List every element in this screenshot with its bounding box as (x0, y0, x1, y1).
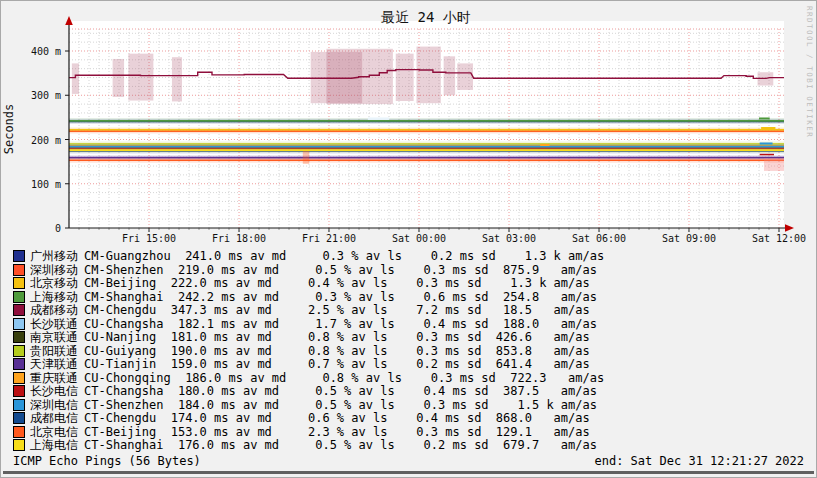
svg-text:Sat 06:00: Sat 06:00 (572, 233, 626, 244)
svg-text:Sat 09:00: Sat 09:00 (662, 233, 716, 244)
series-stats: CM-Guangzhou 241.0 ms av md 0.3 % av ls … (84, 249, 604, 263)
series-stats: CM-Beijing 222.0 ms av md 0.4 % av ls 0.… (84, 276, 590, 290)
legend-row: 天津联通CU-Tianjin 159.0 ms av md 0.7 % av l… (13, 358, 604, 372)
series-name-cn: 成都移动 (30, 304, 84, 318)
series-name-cn: 天津联通 (30, 358, 84, 372)
legend-row: 成都电信CT-Chengdu 174.0 ms av md 0.6 % av l… (13, 412, 604, 426)
series-color-swatch (13, 399, 25, 411)
series-stats: CU-Chongqing 186.0 ms av md 0.8 % av ls … (84, 371, 604, 385)
legend-row: 广州移动CM-Guangzhou 241.0 ms av md 0.3 % av… (13, 250, 604, 264)
series-color-swatch (13, 304, 25, 316)
series-color-swatch (13, 318, 25, 330)
legend-row: 贵阳联通CU-Guiyang 190.0 ms av md 0.8 % av l… (13, 345, 604, 359)
legend-row: 南京联通CU-Nanjing 181.0 ms av md 0.8 % av l… (13, 331, 604, 345)
series-color-swatch (13, 277, 25, 289)
series-name-cn: 深圳移动 (30, 264, 84, 278)
series-name-cn: 重庆联通 (30, 372, 84, 386)
series-color-swatch (13, 358, 25, 370)
series-name-cn: 广州移动 (30, 250, 84, 264)
series-color-swatch (13, 291, 25, 303)
legend-row: 上海移动CM-Shanghai 242.2 ms av md 0.3 % av … (13, 291, 604, 305)
rrdtool-watermark: RRDTOOL / TOBI OETIKER (805, 6, 814, 138)
series-stats: CU-Changsha 182.1 ms av md 1.7 % av ls 0… (84, 317, 597, 331)
series-name-cn: 长沙电信 (30, 385, 84, 399)
legend-row: 深圳电信CT-Shenzhen 184.0 ms av md 0.5 % av … (13, 399, 604, 413)
series-name-cn: 贵阳联通 (30, 345, 84, 359)
legend-row: 北京电信CT-Beijing 153.0 ms av md 2.3 % av l… (13, 426, 604, 440)
probe-info: ICMP Echo Pings (56 Bytes) (13, 454, 201, 468)
series-stats: CT-Chengdu 174.0 ms av md 0.6 % av ls 0.… (84, 411, 590, 425)
svg-text:400 m: 400 m (31, 46, 61, 57)
series-stats: CU-Nanjing 181.0 ms av md 0.8 % av ls 0.… (84, 330, 590, 344)
series-stats: CM-Chengdu 347.3 ms av md 2.5 % av ls 7.… (84, 303, 590, 317)
legend-row: 上海电信CT-Shanghai 176.0 ms av md 0.5 % av … (13, 439, 604, 453)
legend-row: 重庆联通CU-Chongqing 186.0 ms av md 0.8 % av… (13, 372, 604, 386)
y-axis-label: Seconds (2, 104, 16, 155)
series-name-cn: 北京电信 (30, 426, 84, 440)
series-name-cn: 北京移动 (30, 277, 84, 291)
series-name-cn: 长沙联通 (30, 318, 84, 332)
chart-title: 最近 24 小时 (380, 9, 471, 25)
svg-text:Fri 18:00: Fri 18:00 (212, 233, 266, 244)
chart-footer: ICMP Echo Pings (56 Bytes) end: Sat Dec … (13, 454, 804, 468)
smokeping-graph-panel: 最近 24 小时 Seconds RRDTOOL / TOBI OETIKER … (0, 0, 817, 478)
end-timestamp: end: Sat Dec 31 12:21:27 2022 (594, 454, 804, 468)
series-color-swatch (13, 439, 25, 451)
series-stats: CT-Shanghai 176.0 ms av md 0.5 % av ls 0… (84, 438, 597, 452)
svg-text:Fri 15:00: Fri 15:00 (122, 233, 176, 244)
svg-text:100 m: 100 m (31, 179, 61, 190)
svg-text:Sat 12:00: Sat 12:00 (752, 233, 806, 244)
svg-text:Sat 00:00: Sat 00:00 (392, 233, 446, 244)
svg-text:Fri 21:00: Fri 21:00 (302, 233, 356, 244)
series-name-cn: 深圳电信 (30, 399, 84, 413)
series-color-swatch (13, 426, 25, 438)
series-stats: CT-Changsha 180.0 ms av md 0.5 % av ls 0… (84, 384, 597, 398)
series-stats: CM-Shanghai 242.2 ms av md 0.3 % av ls 0… (84, 290, 597, 304)
series-stats: CM-Shenzhen 219.0 ms av md 0.5 % av ls 0… (84, 263, 597, 277)
svg-text:200 m: 200 m (31, 135, 61, 146)
series-stats: CT-Shenzhen 184.0 ms av md 0.5 % av ls 0… (84, 398, 597, 412)
window-border (3, 471, 814, 474)
series-color-swatch (13, 331, 25, 343)
series-color-swatch (13, 412, 25, 424)
series-name-cn: 上海电信 (30, 439, 84, 453)
series-name-cn: 成都电信 (30, 412, 84, 426)
legend-row: 长沙联通CU-Changsha 182.1 ms av md 1.7 % av … (13, 318, 604, 332)
legend-row: 成都移动CM-Chengdu 347.3 ms av md 2.5 % av l… (13, 304, 604, 318)
series-color-swatch (13, 264, 25, 276)
latency-chart: 最近 24 小时 Seconds RRDTOOL / TOBI OETIKER … (1, 1, 817, 249)
svg-text:300 m: 300 m (31, 90, 61, 101)
series-stats: CU-Tianjin 159.0 ms av md 0.7 % av ls 0.… (84, 357, 590, 371)
series-name-cn: 南京联通 (30, 331, 84, 345)
series-name-cn: 上海移动 (30, 291, 84, 305)
series-color-swatch (13, 385, 25, 397)
legend-row: 深圳移动CM-Shenzhen 219.0 ms av md 0.5 % av … (13, 264, 604, 278)
svg-text:Sat 03:00: Sat 03:00 (482, 233, 536, 244)
chart-legend: 广州移动CM-Guangzhou 241.0 ms av md 0.3 % av… (13, 250, 604, 453)
legend-row: 北京移动CM-Beijing 222.0 ms av md 0.4 % av l… (13, 277, 604, 291)
series-color-swatch (13, 250, 25, 262)
series-color-swatch (13, 372, 25, 384)
svg-text:0: 0 (55, 223, 61, 234)
series-stats: CT-Beijing 153.0 ms av md 2.3 % av ls 0.… (84, 425, 590, 439)
series-stats: CU-Guiyang 190.0 ms av md 0.8 % av ls 0.… (84, 344, 590, 358)
legend-row: 长沙电信CT-Changsha 180.0 ms av md 0.5 % av … (13, 385, 604, 399)
series-color-swatch (13, 345, 25, 357)
